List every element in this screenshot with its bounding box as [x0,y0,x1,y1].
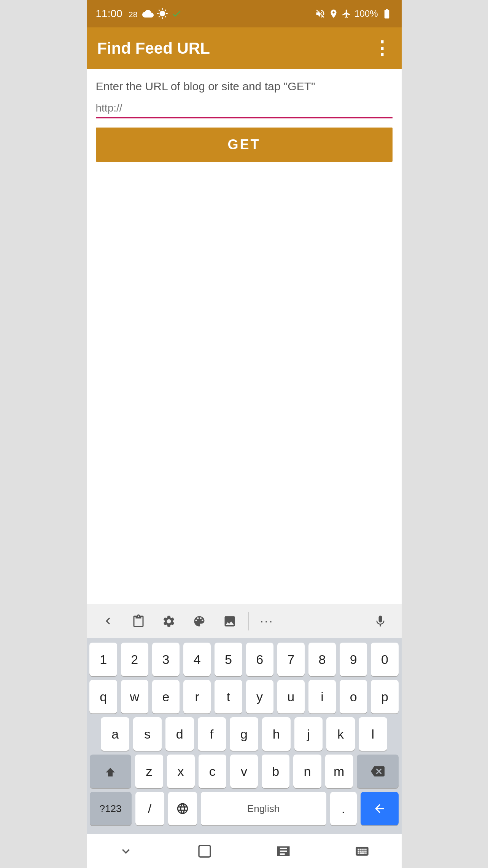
app-bar: Find Feed URL ⋮ [87,27,402,69]
key-e[interactable]: e [152,680,180,713]
image-btn[interactable] [215,608,245,635]
key-space[interactable]: English [201,792,326,825]
key-g[interactable]: g [230,717,258,751]
location-icon [329,9,339,19]
battery-percent: 100% [354,8,378,19]
key-slash[interactable]: / [135,792,164,825]
key-c[interactable]: c [199,755,226,788]
key-0[interactable]: 0 [371,643,398,676]
status-bar: 11:00 28 [87,0,402,27]
key-9[interactable]: 9 [340,643,367,676]
key-7[interactable]: 7 [277,643,305,676]
key-p[interactable]: p [371,680,398,713]
keyboard: 1 2 3 4 5 6 7 8 9 0 q w e r t y u i o p … [87,638,402,834]
battery-icon [381,8,393,19]
result-area [96,162,393,593]
nav-home-btn[interactable] [189,840,220,863]
keyboard-row-bottom: ?123 / English . [90,792,399,825]
overflow-menu-icon[interactable]: ⋮ [373,39,391,57]
svg-rect-1 [199,846,210,857]
key-symbols[interactable]: ?123 [90,792,132,825]
weather-cloud-icon [142,8,154,19]
key-enter[interactable] [361,792,399,825]
keyboard-back-btn[interactable] [93,608,123,635]
instruction-text: Enter the URL of blog or site and tap "G… [96,80,393,93]
key-shift[interactable] [90,755,132,788]
checkmark-icon [171,8,182,19]
keyboard-row-numbers: 1 2 3 4 5 6 7 8 9 0 [90,643,399,676]
key-5[interactable]: 5 [215,643,242,676]
airplane-icon [342,9,351,19]
key-m[interactable]: m [325,755,353,788]
clipboard-btn[interactable] [123,608,154,635]
key-1[interactable]: 1 [89,643,117,676]
status-time: 11:00 [96,8,122,20]
key-6[interactable]: 6 [246,643,273,676]
nav-down-btn[interactable] [111,840,141,863]
key-r[interactable]: r [183,680,211,713]
phone-container: 11:00 28 [87,0,402,868]
key-f[interactable]: f [198,717,226,751]
key-2[interactable]: 2 [121,643,148,676]
key-s[interactable]: s [133,717,162,751]
status-left: 11:00 28 [96,8,182,20]
app-title: Find Feed URL [97,39,210,57]
key-q[interactable]: q [89,680,117,713]
key-b[interactable]: b [262,755,289,788]
key-w[interactable]: w [121,680,148,713]
settings-btn[interactable] [154,608,184,635]
mic-btn[interactable] [365,608,396,635]
weather-sun-icon [157,8,168,19]
toolbar-divider [248,612,249,630]
key-k[interactable]: k [326,717,355,751]
key-backspace[interactable] [357,755,399,788]
content-area: Enter the URL of blog or site and tap "G… [87,69,402,604]
key-y[interactable]: y [246,680,273,713]
key-i[interactable]: i [308,680,336,713]
keyboard-row-qwerty: q w e r t y u i o p [90,680,399,713]
key-h[interactable]: h [262,717,291,751]
key-u[interactable]: u [277,680,305,713]
more-btn[interactable]: ··· [252,608,282,635]
notification-icon-1: 28 [129,8,139,19]
key-a[interactable]: a [101,717,129,751]
key-t[interactable]: t [215,680,242,713]
keyboard-toolbar: ··· [87,604,402,638]
key-8[interactable]: 8 [308,643,336,676]
status-right: 100% [315,8,392,19]
keyboard-row-asdf: a s d f g h j k l [90,717,399,751]
key-v[interactable]: v [230,755,258,788]
key-4[interactable]: 4 [183,643,211,676]
url-input[interactable] [96,99,393,118]
key-o[interactable]: o [340,680,367,713]
key-z[interactable]: z [135,755,163,788]
key-globe[interactable] [168,792,197,825]
nav-keyboard-btn[interactable] [347,840,377,863]
key-l[interactable]: l [359,717,387,751]
palette-btn[interactable] [184,608,215,635]
silent-icon [315,8,326,19]
keyboard-row-zxcv: z x c v b n m [90,755,399,788]
key-j[interactable]: j [294,717,323,751]
svg-text:28: 28 [129,10,137,19]
get-button[interactable]: GET [96,128,393,162]
key-period[interactable]: . [330,792,357,825]
key-x[interactable]: x [167,755,195,788]
nav-bar [87,834,402,868]
key-n[interactable]: n [293,755,321,788]
nav-recents-btn[interactable] [268,840,299,863]
key-d[interactable]: d [165,717,194,751]
key-3[interactable]: 3 [152,643,180,676]
